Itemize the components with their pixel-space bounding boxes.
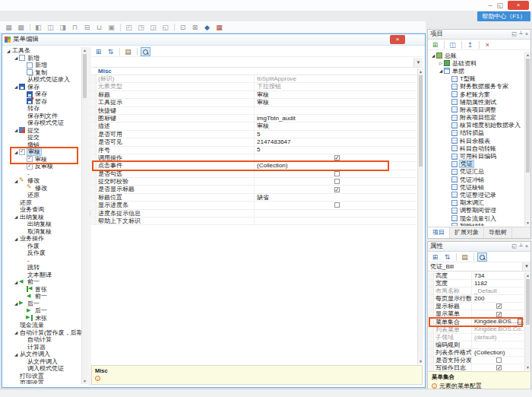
property-value[interactable] xyxy=(472,341,524,348)
chevron-down-icon[interactable]: ▼ xyxy=(413,58,423,67)
tree-item[interactable]: 凭证 xyxy=(429,160,524,168)
tree-item[interactable]: 辅助属性测试 xyxy=(429,98,524,106)
expander-expanded-icon[interactable]: ◢ xyxy=(13,84,19,90)
property-row[interactable]: (标识)tbSplitApprove xyxy=(91,75,416,83)
tree-item[interactable]: 结转损益 xyxy=(429,129,524,137)
property-value[interactable] xyxy=(255,186,416,192)
expander-collapsed-icon[interactable]: ▷ xyxy=(438,60,444,66)
property-value[interactable]: 1182 xyxy=(472,280,524,287)
tree-item[interactable]: 末张 xyxy=(4,315,81,322)
tree-item[interactable]: 从文件调入 xyxy=(4,358,81,366)
tree-item[interactable]: 复制 xyxy=(4,69,81,77)
tree-item[interactable]: 打印设置 xyxy=(4,373,81,380)
property-row[interactable]: 编码规则 xyxy=(429,341,524,349)
snap-to-grid-icon[interactable]: ▦ xyxy=(4,23,14,32)
tree-item[interactable]: 撤销 xyxy=(4,141,81,149)
property-value[interactable]: 缺省 xyxy=(255,194,416,201)
expander-expanded-icon[interactable]: ◢ xyxy=(13,149,19,155)
property-value[interactable]: (default) xyxy=(472,334,524,341)
close-icon[interactable]: × xyxy=(525,243,528,249)
tree-item[interactable]: 暂存 xyxy=(4,98,81,106)
checkbox-unchecked-icon[interactable] xyxy=(334,179,340,184)
property-row[interactable]: 快捷键 xyxy=(91,107,416,115)
tree-item[interactable]: ◢出纳复核 xyxy=(4,214,81,221)
property-value[interactable] xyxy=(255,210,416,217)
property-value[interactable]: 2147483647 xyxy=(255,138,416,145)
property-value[interactable] xyxy=(472,364,524,371)
tree-item[interactable]: 科目自动转账 xyxy=(429,145,524,152)
tree-item[interactable]: 调入模式凭证 xyxy=(4,365,81,373)
property-row[interactable]: 标题审核 xyxy=(91,91,416,99)
property-row[interactable]: 菜单集合Kingdee.BOS....… xyxy=(429,319,524,326)
menu-editor-titlebar[interactable]: 菜单编辑 × xyxy=(2,34,425,46)
pin-icon[interactable]: ┴ xyxy=(519,243,523,249)
float-window-icon[interactable]: ◱ xyxy=(511,31,517,37)
send-to-back-icon[interactable]: ⊠ xyxy=(190,23,200,32)
lock-controls-icon[interactable]: ◆ xyxy=(202,23,212,32)
property-row[interactable]: 点击事件(Collection) xyxy=(91,162,416,170)
menu-tree-scrollbar[interactable]: ▲ ▼ xyxy=(81,47,87,384)
checkbox-checked-icon[interactable] xyxy=(496,312,502,317)
property-row[interactable]: 显示标题 xyxy=(429,303,524,310)
tab-项目[interactable]: 项目 xyxy=(428,227,450,238)
tree-item[interactable]: 从模式凭证录入 xyxy=(4,76,81,84)
property-filter-combo[interactable]: ▼ xyxy=(92,58,423,68)
project-tree-scrollbar[interactable]: ▲ ▼ xyxy=(524,52,530,226)
property-value[interactable] xyxy=(255,218,416,224)
tree-item[interactable]: 凭证核销 xyxy=(429,183,524,191)
align-bottom-icon[interactable]: ⊔ xyxy=(94,23,104,32)
alphabetical-view-icon[interactable]: ⇅ xyxy=(106,47,116,56)
tree-item[interactable]: 附表项目指定 xyxy=(429,114,524,122)
scroll-thumb[interactable] xyxy=(419,75,423,167)
tree-item[interactable]: 科目余额表 xyxy=(429,137,524,145)
delete-entity-icon[interactable]: × xyxy=(483,40,492,49)
property-row[interactable]: 是否可见2147483647 xyxy=(91,138,416,146)
expander-expanded-icon[interactable]: ◢ xyxy=(13,127,19,133)
property-value[interactable]: (Collection) xyxy=(472,349,524,356)
app-close-button[interactable]: × xyxy=(508,1,529,10)
checkbox-checked-icon[interactable] xyxy=(496,303,502,309)
tree-item[interactable]: 前一 xyxy=(4,293,81,300)
restore-button[interactable]: ◱ xyxy=(496,1,503,10)
property-row[interactable]: 标题位置缺省 xyxy=(91,194,416,202)
tree-item[interactable]: ◢修改 xyxy=(4,177,81,185)
float-window-icon[interactable]: ◱ xyxy=(511,243,517,249)
scroll-thumb[interactable] xyxy=(526,279,530,325)
tree-item[interactable]: 现金流量 xyxy=(4,322,81,329)
tree-item[interactable]: 保存 xyxy=(4,91,81,98)
property-value[interactable]: Kingdee.BOS.Co... xyxy=(472,326,524,333)
same-width-icon[interactable]: ◰ xyxy=(124,23,134,32)
property-row[interactable]: 是否显示标题 xyxy=(91,186,416,193)
tree-item[interactable]: ◢前一 xyxy=(4,278,81,286)
property-row[interactable]: 是否可用5 xyxy=(91,131,416,138)
align-right-icon[interactable]: ◨ xyxy=(58,23,68,32)
property-value[interactable]: 734 xyxy=(472,272,524,279)
property-row[interactable]: 列表条件格式(Collection) xyxy=(429,349,524,357)
expander-expanded-icon[interactable]: ◢ xyxy=(438,68,444,74)
tree-item[interactable]: 反作废 xyxy=(4,249,81,257)
property-row[interactable]: 每页显示行数200 xyxy=(429,295,524,303)
tree-item[interactable]: 凭证汇总 xyxy=(429,168,524,176)
scroll-up-icon[interactable]: ▲ xyxy=(525,272,530,278)
property-row[interactable]: 显示菜单 xyxy=(429,310,524,318)
property-value[interactable] xyxy=(255,170,416,177)
checkbox-checked-icon[interactable] xyxy=(334,155,340,160)
tree-item[interactable]: 首张 xyxy=(4,286,81,294)
tree-item[interactable]: 后一 xyxy=(4,307,81,315)
checkbox-checked-icon[interactable] xyxy=(334,187,340,192)
tree-item[interactable]: ◢提交 xyxy=(4,127,81,135)
checkbox-checked-icon[interactable] xyxy=(496,365,502,370)
tree-item[interactable]: 新增 xyxy=(4,62,81,69)
expander-expanded-icon[interactable]: ◢ xyxy=(13,55,19,61)
scroll-down-icon[interactable]: ▼ xyxy=(82,378,87,384)
property-value[interactable]: 下拉按钮 xyxy=(255,83,416,90)
tree-item[interactable]: 反审核 xyxy=(4,163,81,170)
property-row[interactable]: 是否勾选 xyxy=(91,170,416,178)
property-row[interactable]: 显示进度条 xyxy=(91,202,416,209)
property-row[interactable]: 元素类型下拉按钮 xyxy=(91,83,416,91)
property-row[interactable]: 图标键imgTbtn_audit xyxy=(91,115,416,122)
same-height-icon[interactable]: ◳ xyxy=(136,23,146,32)
property-value[interactable] xyxy=(472,310,524,317)
categorized-view-icon[interactable]: ⊞ xyxy=(430,252,440,262)
tree-item[interactable]: 作废 xyxy=(4,243,81,250)
